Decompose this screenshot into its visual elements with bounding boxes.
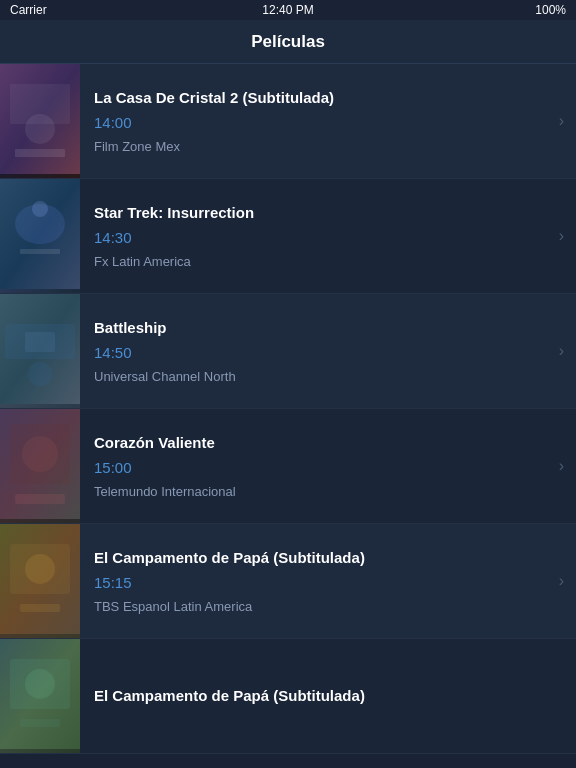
chevron-cell: › (559, 64, 576, 178)
chevron-cell: › (559, 524, 576, 638)
svg-point-11 (28, 362, 52, 386)
movie-thumbnail (0, 524, 80, 638)
movie-title: La Casa De Cristal 2 (Subtitulada) (94, 88, 545, 108)
nav-bar: Películas (0, 20, 576, 64)
svg-rect-23 (20, 719, 60, 727)
movie-thumbnail (0, 409, 80, 523)
carrier-label: Carrier (10, 3, 47, 17)
svg-point-22 (25, 669, 55, 699)
chevron-cell: › (559, 179, 576, 293)
movie-list-item[interactable]: El Campamento de Papá (Subtitulada) (0, 639, 576, 754)
chevron-icon: › (559, 112, 564, 130)
svg-point-7 (32, 201, 48, 217)
movie-list-item[interactable]: Battleship 14:50 Universal Channel North… (0, 294, 576, 409)
svg-point-18 (25, 554, 55, 584)
movie-info: La Casa De Cristal 2 (Subtitulada) 14:00… (80, 64, 559, 178)
movie-channel: Universal Channel North (94, 369, 545, 384)
movie-list-item[interactable]: Corazón Valiente 15:00 Telemundo Interna… (0, 409, 576, 524)
movie-list-item[interactable]: La Casa De Cristal 2 (Subtitulada) 14:00… (0, 64, 576, 179)
movie-channel: Fx Latin America (94, 254, 545, 269)
svg-point-2 (25, 114, 55, 144)
movie-info: El Campamento de Papá (Subtitulada) 15:1… (80, 524, 559, 638)
nav-title: Películas (251, 32, 325, 52)
movie-thumbnail (0, 64, 80, 178)
movie-info: Star Trek: Insurrection 14:30 Fx Latin A… (80, 179, 559, 293)
chevron-icon: › (559, 227, 564, 245)
movie-title: El Campamento de Papá (Subtitulada) (94, 686, 562, 706)
movie-channel: TBS Espanol Latin America (94, 599, 545, 614)
movie-time: 14:30 (94, 229, 545, 246)
chevron-icon: › (559, 572, 564, 590)
chevron-icon: › (559, 457, 564, 475)
movie-info: Battleship 14:50 Universal Channel North (80, 294, 559, 408)
movie-info: Corazón Valiente 15:00 Telemundo Interna… (80, 409, 559, 523)
chevron-cell: › (559, 294, 576, 408)
movie-thumbnail (0, 179, 80, 293)
status-bar: Carrier 12:40 PM 100% (0, 0, 576, 20)
movie-list: La Casa De Cristal 2 (Subtitulada) 14:00… (0, 64, 576, 754)
movie-title: El Campamento de Papá (Subtitulada) (94, 548, 545, 568)
movie-title: Battleship (94, 318, 545, 338)
svg-rect-10 (25, 332, 55, 352)
svg-rect-3 (15, 149, 65, 157)
chevron-cell: › (559, 409, 576, 523)
movie-time: 14:50 (94, 344, 545, 361)
movie-thumbnail (0, 294, 80, 408)
movie-list-item[interactable]: El Campamento de Papá (Subtitulada) 15:1… (0, 524, 576, 639)
movie-time: 14:00 (94, 114, 545, 131)
svg-rect-6 (20, 249, 60, 254)
movie-title: Corazón Valiente (94, 433, 545, 453)
chevron-icon: › (559, 342, 564, 360)
battery-label: 100% (535, 3, 566, 17)
svg-point-14 (22, 436, 58, 472)
movie-title: Star Trek: Insurrection (94, 203, 545, 223)
time-label: 12:40 PM (262, 3, 313, 17)
svg-rect-19 (20, 604, 60, 612)
movie-list-item[interactable]: Star Trek: Insurrection 14:30 Fx Latin A… (0, 179, 576, 294)
movie-thumbnail (0, 639, 80, 753)
svg-rect-15 (15, 494, 65, 504)
movie-channel: Film Zone Mex (94, 139, 545, 154)
movie-time: 15:00 (94, 459, 545, 476)
movie-channel: Telemundo Internacional (94, 484, 545, 499)
movie-time: 15:15 (94, 574, 545, 591)
movie-info: El Campamento de Papá (Subtitulada) (80, 639, 576, 753)
